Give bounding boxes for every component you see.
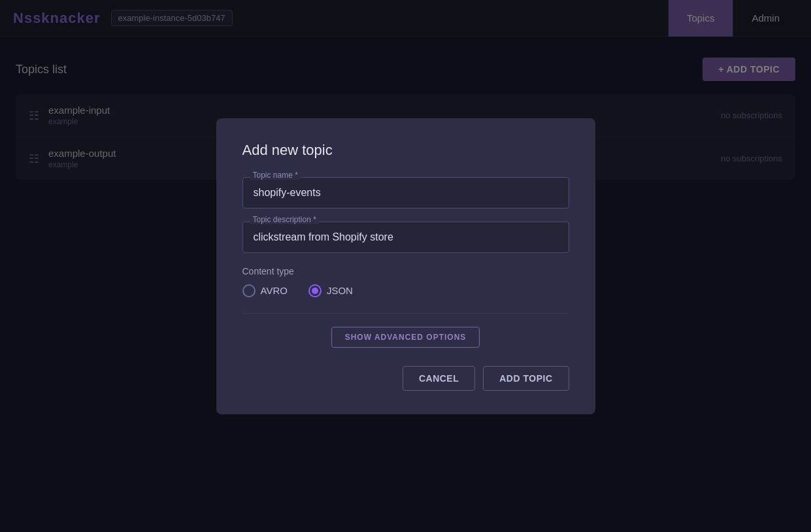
radio-group: AVRO JSON: [242, 284, 569, 297]
advanced-options-button[interactable]: SHOW ADVANCED OPTIONS: [331, 327, 480, 348]
add-topic-modal: Add new topic Topic name * Topic descrip…: [216, 118, 595, 414]
topic-description-label: Topic description *: [250, 215, 319, 224]
topic-name-group: Topic name *: [242, 177, 569, 208]
topic-description-group: Topic description *: [242, 222, 569, 253]
radio-avro-label: AVRO: [261, 285, 288, 296]
modal-overlay: Add new topic Topic name * Topic descrip…: [0, 0, 811, 532]
modal-divider: [242, 313, 569, 314]
radio-json-circle: [308, 284, 322, 297]
topic-name-input[interactable]: [242, 177, 569, 208]
radio-json-label: JSON: [327, 285, 353, 296]
add-topic-confirm-button[interactable]: ADD TOPIC: [483, 366, 569, 391]
cancel-button[interactable]: CANCEL: [403, 366, 475, 391]
content-type-label: Content type: [242, 266, 569, 276]
modal-title: Add new topic: [242, 142, 569, 159]
modal-footer: CANCEL ADD TOPIC: [242, 366, 569, 391]
radio-avro[interactable]: AVRO: [242, 284, 288, 297]
topic-description-input[interactable]: [242, 222, 569, 253]
radio-avro-circle: [242, 284, 256, 297]
radio-json[interactable]: JSON: [308, 284, 353, 297]
topic-name-label: Topic name *: [250, 171, 301, 180]
content-type-section: Content type AVRO JSON: [242, 266, 569, 297]
